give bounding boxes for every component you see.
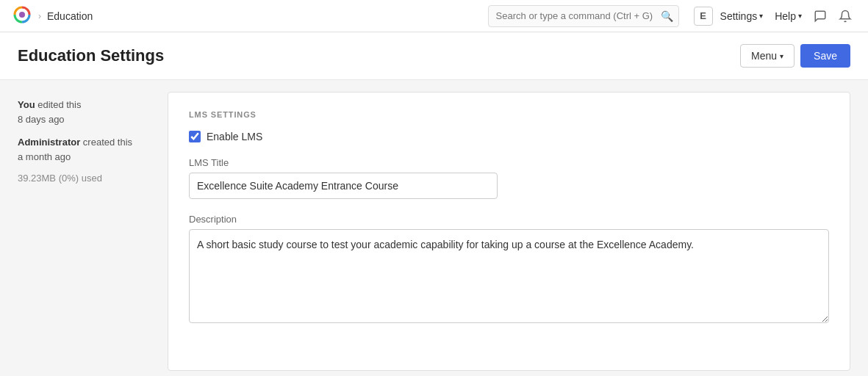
enable-lms-checkbox[interactable] <box>189 131 201 142</box>
header-actions: Menu ▾ Save <box>740 44 850 68</box>
announcements-button[interactable] <box>809 5 831 27</box>
content-area: You edited this 8 days ago Administrator… <box>0 80 868 376</box>
edited-text: edited this <box>37 99 81 110</box>
enable-lms-row: Enable LMS <box>189 131 829 142</box>
workspace-badge[interactable]: E <box>694 7 713 26</box>
help-caret-icon: ▾ <box>798 12 802 20</box>
search-icon: 🔍 <box>661 10 673 22</box>
edited-by: You <box>18 99 35 110</box>
search-wrapper: 🔍 <box>488 5 679 27</box>
created-text: created this <box>83 137 132 148</box>
nav-breadcrumb[interactable]: Education <box>47 10 93 22</box>
svg-point-1 <box>19 12 25 18</box>
top-nav: › Education 🔍 E Settings ▾ Help ▾ <box>0 0 868 32</box>
nav-chevron-icon: › <box>38 11 41 21</box>
edited-ago: 8 days ago <box>18 114 65 125</box>
created-ago: a month ago <box>18 151 71 162</box>
description-textarea[interactable]: A short basic study course to test your … <box>189 229 829 323</box>
created-meta: Administrator created this a month ago <box>18 135 150 164</box>
enable-lms-label[interactable]: Enable LMS <box>207 131 262 142</box>
app-logo[interactable] <box>12 4 32 27</box>
storage-info: 39.23MB (0%) used <box>18 173 150 184</box>
menu-caret-icon: ▾ <box>780 52 783 60</box>
sidebar: You edited this 8 days ago Administrator… <box>18 92 150 371</box>
nav-right-actions: E Settings ▾ Help ▾ <box>694 5 856 27</box>
settings-caret-icon: ▾ <box>759 12 763 20</box>
menu-button[interactable]: Menu ▾ <box>740 44 795 68</box>
main-panel: LMS SETTINGS Enable LMS LMS Title Descri… <box>168 92 850 371</box>
notifications-button[interactable] <box>834 5 856 27</box>
description-label: Description <box>189 214 829 225</box>
page-title: Education Settings <box>18 46 164 65</box>
created-by: Administrator <box>18 137 80 148</box>
help-button[interactable]: Help ▾ <box>770 7 806 25</box>
settings-button[interactable]: Settings ▾ <box>716 7 768 25</box>
page-header: Education Settings Menu ▾ Save <box>0 32 868 80</box>
edited-meta: You edited this 8 days ago <box>18 98 150 126</box>
lms-title-label: LMS Title <box>189 157 829 168</box>
save-button[interactable]: Save <box>800 44 850 68</box>
search-input[interactable] <box>488 5 679 27</box>
lms-settings-label: LMS SETTINGS <box>189 110 829 119</box>
lms-title-input[interactable] <box>189 173 498 199</box>
